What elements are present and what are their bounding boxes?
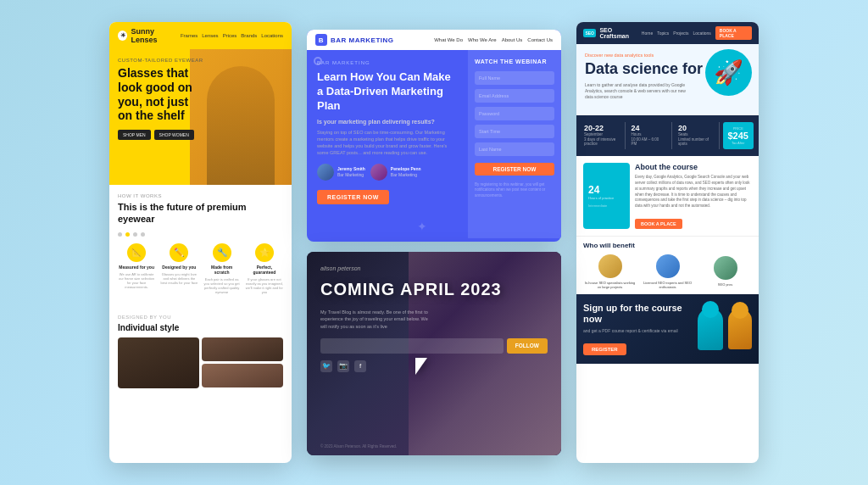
bar-field-lastname[interactable]: Last Name [475,142,554,156]
coming-twitter-icon[interactable]: 🐦 [320,360,332,372]
sunny-photo-2 [202,337,283,361]
panel-left-sunny-lenses: ☀ Sunny Lenses Frames Lenses Prices Bran… [109,22,292,463]
bar-placeholder-starttime: Start Time [479,129,500,134]
seo-logo-icon: SEO [583,29,596,37]
bar-nav-about[interactable]: About Us [502,37,523,42]
sunny-designed-icon: ✏️ [170,243,188,262]
sunny-nav-prices[interactable]: Prices [223,33,237,38]
bar-fine-print: By registering to this webinar, you will… [475,182,554,198]
seo-stat-hours: 24 Hours10:00 AM – 6:00 PM [629,122,669,150]
sunny-perfect-label: Perfect, guaranteed [246,265,283,275]
panel-middle: ✦ b BAR MARKETING What We Do Who We Are … [307,30,561,455]
bar-field-starttime[interactable]: Start Time [475,125,554,138]
seo-hero-section: Discover new data analytics tools Data s… [576,44,759,115]
seo-date-value: 20-22 [584,125,619,132]
bar-submit-button[interactable]: REGISTER NOW [475,163,554,176]
coming-author-name: alison peterson [320,265,548,271]
sunny-how-it-works-section: HOW IT WORKS This is the future of premi… [109,185,292,309]
sunny-nav-frames[interactable]: Frames [181,33,198,38]
sunny-perfect-desc: If your glasses are not exactly as you i… [246,277,283,295]
bar-field-fullname[interactable]: Full Name [475,71,554,85]
sunny-cta-women[interactable]: SHOP WOMEN [154,130,194,140]
bar-tag: BAR MARKETING [317,60,458,65]
sunny-dot-4 [141,232,145,237]
seo-benefit-row: In-house SEO specialists working on larg… [583,254,752,289]
sunny-hero-buttons: SHOP MEN SHOP WOMEN [118,130,203,140]
sunny-photo-1 [118,337,199,388]
bar-placeholder-fullname: Full Name [479,75,500,81]
seo-about-hours-value: 24 [588,184,625,196]
bar-header: b BAR MARKETING What We Do Who We Are Ab… [307,30,561,50]
sunny-hero-text: CUSTOM-TAILORED EYEWEAR Glasses that loo… [118,58,203,140]
sunny-nav-lenses[interactable]: Lenses [202,33,218,38]
bar-placeholder-password: Password [479,111,499,116]
bar-nav-who[interactable]: Who We Are [468,37,497,42]
seo-stat-divider-2 [671,122,672,150]
seo-book-button[interactable]: BOOK A PLACE [635,219,682,229]
bar-avatars: Jeremy Smith Bar Marketing Penelope Penn… [317,164,458,181]
sunny-individual-title: Individual style [118,323,283,332]
seo-signup-button[interactable]: REGISTER [583,343,626,355]
seo-about-level: Intermediate [588,203,625,208]
bar-field-email[interactable]: Email Address [475,89,554,103]
sunny-made-desc: Each pair is crafted as you selected so … [203,277,241,295]
bar-avatar-name-2: Penelope Penn [391,166,421,172]
bar-cta-button[interactable]: REGISTER NOW [317,190,389,204]
coming-instagram-icon[interactable]: 📷 [337,360,349,372]
sunny-perfect-icon: ⭐ [255,243,274,262]
coming-social-links: 🐦 📷 f [320,360,548,372]
seo-seats-value: 20 [678,125,713,132]
sunny-nav-locations[interactable]: Locations [261,33,283,38]
panel-coming-soon: alison peterson COMING APRIL 2023 My Tra… [307,252,561,455]
seo-signup-left: Sign up for the course now and get a PDF… [583,303,693,354]
bar-placeholder-email: Email Address [479,93,509,98]
bar-avatar-role-2: Bar Marketing [391,172,421,178]
sunny-cta-men[interactable]: SHOP MEN [118,130,151,140]
seo-about-hours-label: Hours of practice [588,196,625,200]
seo-rocket-graphic: 🚀 [705,49,752,96]
bar-left-content: BAR MARKETING Learn How You Can Make a D… [307,50,468,238]
coming-facebook-icon[interactable]: f [354,360,366,372]
seo-stat-divider-1 [625,122,626,150]
coming-title: COMING APRIL 2023 [320,280,548,298]
seo-nav-cta[interactable]: BOOK A PLACE [715,26,752,40]
seo-nav-projects[interactable]: Projects [673,31,688,36]
seo-benefit-title: Who will benefit [583,242,752,249]
sunny-logo: ☀ Sunny Lenses [118,27,181,44]
seo-nav: Home Topics Projects Locations BOOK A PL… [642,26,752,40]
seo-character-1 [698,308,723,350]
bar-avatar-info-1: Jeremy Smith Bar Marketing [337,166,365,178]
seo-hours-label: Hours10:00 AM – 6:00 PM [632,132,666,148]
seo-nav-locations[interactable]: Locations [693,31,710,36]
seo-brand-name: SEO Craftsman [599,27,641,39]
bar-nav-what[interactable]: What We Do [434,37,463,42]
sunny-nav-brands[interactable]: Brands [241,33,257,38]
sunny-measured-label: Measured for you [119,265,154,270]
seo-about-left: 24 Hours of practice Intermediate [583,163,630,229]
sunny-made-label: Made from scratch [203,265,241,275]
seo-benefit-label-3: SEO pros [718,282,732,287]
bar-nav-contact[interactable]: Contact Us [527,37,553,42]
seo-hours-value: 24 [632,125,666,132]
bar-field-password[interactable]: Password [475,107,554,120]
seo-stat-seats: 20 SeatsLimited number of spots [676,122,715,150]
seo-stat-date: 20-22 September3 days of intensive pract… [581,122,621,150]
bar-avatar-1: Jeremy Smith Bar Marketing [317,164,365,181]
bar-title: Learn How You Can Make a Data-Driven Mar… [317,70,458,114]
seo-benefit-3: SEO pros [698,256,752,287]
coming-body-text: My Travel Blog is almost ready. Be one o… [320,309,431,330]
seo-benefit-img-2 [656,254,680,278]
sunny-designed-label: Designed by you [162,265,196,270]
coming-follow-button[interactable]: FOLLOW [507,338,548,354]
seo-nav-home[interactable]: Home [642,31,653,36]
sunny-photos-right-col [202,337,283,388]
seo-benefit-section: Who will benefit In-house SEO specialist… [576,236,759,294]
seo-about-right: About the course Every day, Google Analy… [635,163,752,229]
bar-decorative-dot-br: ✦ [417,220,427,233]
sunny-sun-icon: ☀ [118,31,127,41]
seo-nav-topics[interactable]: Topics [657,31,669,36]
coming-email-input[interactable] [320,338,504,354]
sunny-designed-desc: Glasses you might love and what delivers… [160,272,198,286]
sunny-dot-3 [133,232,137,237]
bar-avatar-info-2: Penelope Penn Bar Marketing [391,166,421,178]
